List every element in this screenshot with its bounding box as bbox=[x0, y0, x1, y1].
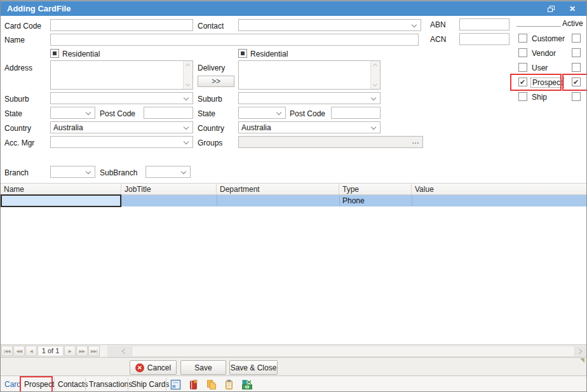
form-view-button[interactable] bbox=[168, 378, 182, 391]
save-label: Save bbox=[194, 363, 212, 372]
branch-select[interactable] bbox=[50, 166, 95, 178]
flag-checkbox-customer[interactable] bbox=[518, 34, 527, 43]
tab-prospect[interactable]: Prospect bbox=[24, 380, 54, 389]
restore-icon bbox=[548, 6, 555, 12]
flag-checkbox-ship[interactable] bbox=[518, 92, 527, 101]
pager-last-button[interactable]: ▶▶| bbox=[88, 346, 100, 356]
pager-prev-page-button[interactable]: ◀◀ bbox=[13, 346, 25, 356]
post-code-right-input[interactable] bbox=[331, 107, 381, 119]
dropdown-arrow-icon bbox=[184, 95, 189, 100]
grid-focused-cell[interactable] bbox=[1, 194, 121, 207]
tab-ship-cards[interactable]: Ship Cards bbox=[132, 380, 169, 389]
active-checkbox-customer[interactable] bbox=[572, 34, 581, 43]
pager-prev-button[interactable]: ◀ bbox=[25, 346, 37, 356]
cash-sale-button[interactable] bbox=[240, 378, 254, 391]
state-left-select[interactable] bbox=[50, 107, 95, 119]
grid-cell-type[interactable]: Phone bbox=[342, 196, 365, 205]
clipboard-button[interactable] bbox=[222, 378, 236, 391]
address-book-button[interactable] bbox=[186, 378, 200, 391]
column-header-department[interactable]: Department bbox=[217, 184, 339, 194]
suburb-left-label: Suburb bbox=[4, 95, 29, 104]
tab-contacts[interactable]: Contacts bbox=[58, 380, 88, 389]
country-left-value: Australia bbox=[53, 123, 83, 132]
scroll-left-icon[interactable] bbox=[122, 349, 127, 354]
active-checkbox-user[interactable] bbox=[572, 63, 581, 72]
subbranch-label: SubBranch bbox=[100, 168, 137, 177]
tab-separator bbox=[20, 378, 21, 391]
dropdown-arrow-icon bbox=[184, 125, 189, 130]
suburb-left-select[interactable] bbox=[50, 92, 193, 104]
active-checkbox-ship[interactable] bbox=[572, 92, 581, 101]
country-right-select[interactable]: Australia bbox=[238, 121, 381, 133]
cancel-button[interactable]: ✕ Cancel bbox=[130, 360, 177, 375]
scroll-right-icon[interactable] bbox=[577, 349, 582, 354]
acc-mgr-select[interactable] bbox=[50, 136, 193, 148]
tab-separator bbox=[128, 378, 128, 391]
delivery-textarea[interactable] bbox=[238, 60, 381, 90]
copy-address-button[interactable]: >> bbox=[198, 76, 234, 87]
residential-checkbox-left[interactable] bbox=[50, 49, 59, 58]
acn-input[interactable] bbox=[459, 33, 509, 45]
contact-label: Contact bbox=[198, 22, 224, 30]
tab-separator bbox=[166, 378, 166, 391]
resize-grip-icon bbox=[580, 358, 584, 363]
save-button[interactable]: Save bbox=[180, 360, 226, 375]
textarea-scrollbar[interactable] bbox=[183, 61, 192, 89]
horizontal-scrollbar[interactable] bbox=[107, 346, 586, 357]
suburb-right-select[interactable] bbox=[238, 92, 381, 104]
tab-transactions[interactable]: Transactions bbox=[89, 380, 132, 389]
country-right-value: Australia bbox=[241, 123, 271, 132]
scroll-up-icon bbox=[373, 64, 377, 68]
column-header-jobtitle[interactable]: JobTitle bbox=[121, 184, 217, 194]
flag-checkbox-user[interactable] bbox=[518, 63, 527, 72]
post-code-left-input[interactable] bbox=[144, 107, 193, 119]
cardfile-dialog: Adding CardFile ✕ Card Code Contact ABN … bbox=[0, 0, 587, 392]
copy-cards-button[interactable] bbox=[204, 378, 218, 391]
residential-checkbox-right[interactable] bbox=[238, 49, 247, 58]
country-left-select[interactable]: Australia bbox=[50, 121, 193, 133]
dropdown-arrow-icon bbox=[412, 22, 417, 27]
dropdown-arrow-icon bbox=[86, 110, 91, 115]
flag-checkbox-prospect[interactable]: ✔ bbox=[518, 78, 527, 86]
name-label: Name bbox=[4, 36, 25, 44]
save-close-button[interactable]: Save & Close bbox=[229, 360, 278, 375]
active-checkbox-vendor[interactable] bbox=[572, 48, 581, 57]
close-icon: ✕ bbox=[569, 5, 576, 13]
abn-input[interactable] bbox=[459, 18, 509, 30]
pager-first-button[interactable]: |◀◀ bbox=[1, 346, 13, 356]
ellipsis-button[interactable]: … bbox=[412, 137, 420, 145]
book-icon bbox=[188, 379, 199, 390]
country-left-label: Country bbox=[4, 124, 31, 133]
scrollbar-thumb[interactable] bbox=[132, 346, 575, 357]
restore-button[interactable] bbox=[542, 3, 560, 15]
column-header-type[interactable]: Type bbox=[339, 184, 412, 194]
card-code-input[interactable] bbox=[50, 19, 193, 31]
cell-separator bbox=[412, 195, 412, 206]
contact-select[interactable] bbox=[238, 19, 421, 31]
cash-icon bbox=[241, 379, 253, 390]
name-input[interactable] bbox=[50, 34, 419, 46]
column-header-name[interactable]: Name bbox=[1, 184, 121, 194]
tab-separator bbox=[54, 378, 55, 391]
groups-field[interactable]: … bbox=[238, 136, 423, 148]
address-textarea[interactable] bbox=[50, 60, 193, 90]
residential-label-right: Residential bbox=[250, 50, 288, 58]
pager-position-label: 1 of 1 bbox=[37, 346, 64, 356]
flag-label-vendor: Vendor bbox=[532, 49, 556, 58]
column-header-value[interactable]: Value bbox=[412, 184, 587, 194]
pager-next-button[interactable]: ▶ bbox=[64, 346, 76, 356]
country-right-label: Country bbox=[198, 124, 224, 133]
flag-checkbox-vendor[interactable] bbox=[518, 48, 527, 57]
indeterminate-mark bbox=[53, 51, 57, 55]
textarea-scrollbar[interactable] bbox=[370, 61, 380, 89]
close-button[interactable]: ✕ bbox=[563, 3, 581, 15]
tab-card[interactable]: Card bbox=[4, 380, 21, 389]
subbranch-select[interactable] bbox=[145, 166, 191, 178]
active-checkbox-prospect[interactable]: ✔ bbox=[572, 78, 581, 86]
titlebar: Adding CardFile ✕ bbox=[1, 1, 586, 16]
card-code-label: Card Code bbox=[4, 22, 41, 30]
flag-label-ship: Ship bbox=[532, 93, 547, 102]
pager-next-page-button[interactable]: ▶▶ bbox=[76, 346, 88, 356]
state-right-select[interactable] bbox=[238, 107, 286, 119]
scroll-down-icon bbox=[373, 82, 377, 86]
